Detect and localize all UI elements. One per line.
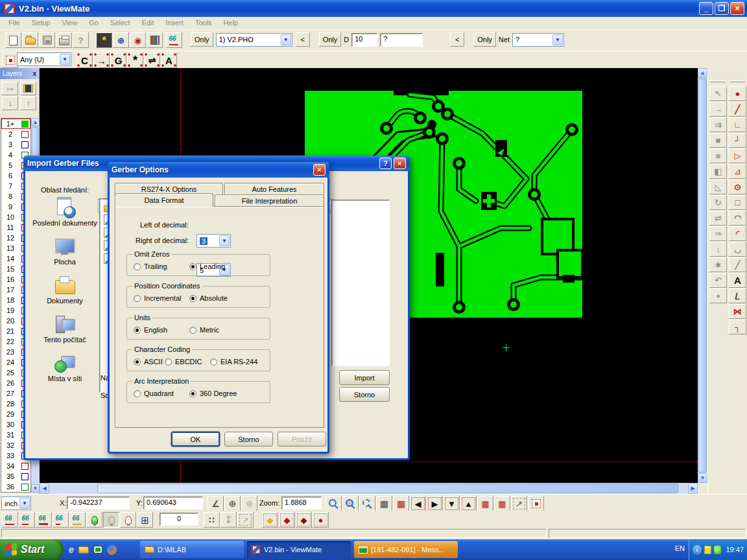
layer-color-swatch[interactable] (21, 473, 29, 480)
maximize-button[interactable]: ❐ (715, 2, 729, 15)
layer-colors-button[interactable] (147, 32, 163, 48)
polyline-tool-button[interactable]: ∟ (729, 117, 746, 132)
snap-grid-points-button[interactable]: ∷ (204, 512, 220, 528)
radio-english[interactable]: English (134, 326, 167, 334)
dcode-star-button[interactable]: * (127, 52, 143, 68)
radio-icon[interactable] (165, 358, 172, 366)
scroll-down-icon[interactable]: ▼ (31, 484, 40, 493)
menu-insert[interactable]: Insert (160, 18, 189, 28)
lamp-on-button[interactable] (86, 512, 102, 528)
zoom-window-button[interactable] (342, 496, 359, 511)
layer-row-1+[interactable]: 1+ (1, 119, 30, 129)
query-point-button[interactable]: ⊕ (113, 32, 129, 48)
dcode-move-button[interactable]: → (93, 52, 110, 68)
mirror-tool-button[interactable]: ◧ (709, 164, 727, 179)
net-combo[interactable]: ? ▼ (512, 33, 564, 47)
menu-file[interactable]: File (3, 18, 26, 28)
grid-subdivide-button[interactable]: ▦ (477, 496, 493, 511)
tab-file-interpretation[interactable]: File Interpretation (215, 194, 324, 206)
close-button[interactable]: × (313, 164, 326, 176)
radio-icon[interactable] (134, 263, 141, 270)
tab-auto-features[interactable]: Auto Features (224, 183, 324, 194)
layer-color-swatch[interactable] (21, 121, 29, 128)
burst-tool-button[interactable]: ∗ (709, 257, 727, 272)
print-button[interactable] (56, 32, 72, 48)
vscroll-thumb[interactable] (698, 78, 707, 472)
circle-tool-button[interactable]: ⊙ (729, 180, 746, 194)
chevron-down-icon[interactable]: ▼ (60, 54, 70, 65)
left-of-decimal-combo[interactable]: 3 ▼ (196, 234, 231, 248)
radio-icon[interactable] (134, 390, 141, 397)
pan-down-button[interactable]: ▼ (444, 496, 460, 511)
hscroll-thumb[interactable] (97, 484, 678, 493)
grid-step-field[interactable]: 0 (160, 513, 198, 526)
minimize-button[interactable]: _ (699, 2, 713, 15)
radio-icon[interactable] (134, 295, 141, 302)
layers-panel-header[interactable]: Layers x (0, 68, 39, 79)
vertical-scrollbar[interactable]: ▲ ▼ (698, 68, 707, 483)
radio-icon[interactable] (189, 295, 196, 302)
swap-tool-button[interactable]: ⇄ (709, 211, 727, 226)
dcode-legend-2-button[interactable] (19, 512, 35, 528)
curve-tool-button[interactable]: ◜ (729, 226, 746, 241)
radio-incremental[interactable]: Incremental (134, 294, 181, 302)
chevron-down-icon[interactable]: ▼ (219, 235, 230, 246)
menu-select[interactable]: Select (104, 18, 136, 28)
chevron-down-icon[interactable]: ▼ (281, 34, 291, 45)
title-bar[interactable]: V2.bin - ViewMate _ ❐ × (0, 0, 747, 17)
scroll-up-icon[interactable]: ▲ (698, 68, 707, 78)
new-file-button[interactable] (5, 32, 21, 48)
send-to-layer-button[interactable]: ⇒ (709, 226, 727, 241)
measure-distance-button[interactable] (166, 32, 182, 48)
layer-color-swatch[interactable] (21, 484, 29, 491)
redraw-button[interactable]: * (96, 32, 112, 48)
dcode-swap-button[interactable]: ⇌ (144, 52, 160, 68)
menu-tools[interactable]: Tools (189, 18, 218, 28)
radio-ascii[interactable]: ASCII (134, 358, 163, 366)
radio-eia-rs-244[interactable]: EIA RS-244 (210, 358, 257, 366)
menu-view[interactable]: View (56, 18, 83, 28)
menu-edit[interactable]: Edit (136, 18, 160, 28)
menu-help[interactable]: Help (218, 18, 244, 28)
dcode-legend-5-button[interactable] (69, 512, 86, 528)
drag-mode-button[interactable]: ↗ (237, 512, 254, 528)
dcode-value-field[interactable]: 10 (351, 33, 377, 47)
skew-tool-button[interactable]: ◺ (709, 180, 727, 194)
language-indicator[interactable]: EN (675, 544, 685, 552)
dcode-filter-combo[interactable]: Any (U) ▼ (17, 52, 71, 66)
align-tool-button[interactable]: ↕ (709, 242, 727, 257)
blink-style-2-button[interactable]: ◆ (279, 512, 295, 528)
corner-tool-button[interactable]: ┐ (729, 320, 746, 334)
help-button[interactable]: ? (379, 158, 392, 169)
pad-tool-button[interactable]: ● (729, 86, 746, 101)
radio-360-degree[interactable]: 360 Degree (189, 390, 237, 397)
units-combo[interactable]: inch ▼ (1, 496, 31, 510)
menu-go[interactable]: Go (83, 18, 104, 28)
open-file-button[interactable] (22, 32, 38, 48)
save-file-button[interactable] (39, 32, 55, 48)
radio-trailing[interactable]: Trailing (134, 262, 167, 270)
place-network-places[interactable]: Místa v síti (32, 353, 98, 382)
task-messenger[interactable]: [191-482-091] - Mess... (354, 541, 458, 558)
stretch-tool-button[interactable]: ⋈ (729, 304, 746, 319)
zoom-extents-button[interactable]: ↗ (511, 496, 527, 511)
elbow-tool-button[interactable]: ┘ (729, 133, 746, 148)
blink-style-3-button[interactable]: ◆ (296, 512, 312, 528)
lasso-tool-button[interactable]: ∘ (709, 288, 727, 303)
tray-clipboard-icon[interactable] (704, 546, 711, 554)
radio-icon[interactable] (189, 263, 196, 270)
select-tool-button[interactable]: ↖ (709, 86, 727, 101)
trace-tool-button[interactable]: ╱ (729, 102, 746, 117)
close-icon[interactable]: x (32, 70, 36, 77)
pan-up-button[interactable]: ▲ (460, 496, 477, 511)
anchor-mode-button[interactable]: ↧ (220, 512, 237, 528)
context-help-button[interactable]: ? (73, 32, 89, 48)
radio-ebcdic[interactable]: EBCDIC (165, 358, 202, 366)
close-button[interactable]: × (394, 158, 406, 169)
vector-tool-button[interactable]: ▷ (729, 148, 746, 163)
place-documents[interactable]: Dokumenty (32, 275, 98, 305)
close-button[interactable]: × (730, 2, 744, 15)
horizontal-scrollbar[interactable]: ◀ ▶ (40, 483, 698, 494)
grid-snap-button[interactable]: ▦ (376, 496, 392, 511)
ok-button[interactable]: OK (171, 432, 220, 447)
